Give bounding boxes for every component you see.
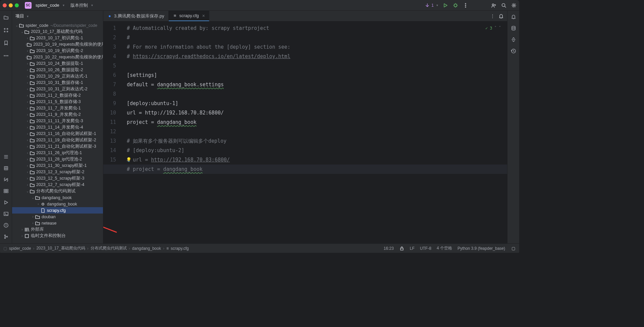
tree-folder[interactable]: ⌄ 2023_10_17_基础爬虫代码 [12,29,103,35]
chevron-right-icon: › [25,164,30,168]
history-icon[interactable] [511,48,516,54]
tree-folder[interactable]: ›2023_11_14_并发爬虫-4 [12,124,103,131]
search-icon[interactable] [501,3,506,8]
file-icon: ≡ [166,246,169,251]
svg-point-11 [7,31,8,32]
tree-folder[interactable]: ›2023_11_2_数据存储-2 [12,92,103,99]
collaborate-icon[interactable] [491,3,496,8]
tree-folder[interactable]: › douban [12,214,103,220]
project-name-dropdown[interactable]: spider_code [36,3,59,8]
breadcrumb-item[interactable]: 分布式爬虫代码测试 [91,245,127,251]
close-window-button[interactable] [3,3,7,7]
run-button[interactable] [443,3,448,8]
editor-body[interactable]: 1234 5678 9101112 13141516 ✓ 3 ˆ ˇ # Aut… [103,21,507,243]
status-interpreter[interactable]: Python 3.9 (feapder_base) [458,246,505,251]
tree-external-lib[interactable]: › 外部库 [12,226,103,233]
tree-file-selected[interactable]: scrapy.cfg [12,207,103,214]
more-horizontal-icon[interactable] [3,52,9,59]
folder-icon [30,176,35,181]
tree-folder[interactable]: ›2023_11_28_ip代理池-2 [12,156,103,162]
svg-point-6 [502,3,505,6]
svg-point-14 [7,55,8,56]
status-encoding[interactable]: UTF-8 [420,246,431,251]
tree-label: 2023_11_26_ip代理池-1 [36,150,82,156]
status-line-ending[interactable]: LF [410,246,415,251]
tree-folder[interactable]: ›2023_11_9_并发爬虫-2 [12,111,103,118]
breadcrumb-item[interactable]: dangdang_book [132,246,161,251]
more-vertical-icon[interactable] [463,3,468,8]
code-content[interactable]: ✓ 3 ˆ ˇ # Automatically created by: scra… [123,21,507,243]
sidebar-header[interactable]: 项目 ▾ [12,11,103,21]
tree-folder[interactable]: › netease [12,220,103,226]
tree-folder[interactable]: ›2023_11_21_自动化测试框架-3 [12,143,103,150]
tree-label: 2023_11_5_数据存储-3 [36,99,81,105]
tree-label: 2023_10_17_基础爬虫代码 [31,29,83,35]
services-tool-icon[interactable] [3,188,9,194]
vcs-dropdown[interactable]: 版本控制 [70,2,88,8]
tree-scratches[interactable]: › 临时文件和控制台 [12,233,103,239]
tree-folder[interactable]: › dangdang_book [12,201,103,207]
bell-icon[interactable] [498,13,504,19]
chevron-right-icon: › [25,36,30,40]
tree-folder[interactable]: ›2023_10_19_requests爬虫模块的使用-1 [12,41,103,48]
tree-folder[interactable]: ›2023_11_30_scrapy框架-1 [12,162,103,169]
lock-icon[interactable] [399,246,405,251]
terminal-tool-icon[interactable] [3,211,9,217]
settings-icon[interactable] [511,3,517,8]
tree-folder[interactable]: ›2023_11_5_数据存储-3 [12,99,103,105]
debug-button[interactable] [453,3,458,8]
tree-folder[interactable]: ›2023_12_3_scrapy框架-2 [12,169,103,175]
tab-python-file[interactable]: ● 3.腾讯爬虫-数据库保存.py [103,11,169,21]
tree-folder[interactable]: ›2023_12_7_scrapy框架-4 [12,182,103,188]
more-vertical-icon[interactable]: ⋮ [490,13,495,19]
tree-folder[interactable]: ⌄ dangdang_book [12,194,103,201]
git-incoming-indicator[interactable]: 1 ▾ [425,3,438,8]
tree-folder[interactable]: ›2023_10_31_正则表达式-2 [12,86,103,92]
tree-root[interactable]: ⌄ spider_code ~/Documents/spider_code [12,22,103,29]
tree-folder[interactable]: ⌄ 分布式爬虫代码测试 [12,188,103,194]
minimize-window-button[interactable] [9,3,13,7]
folder-icon [30,93,35,98]
breadcrumb-item[interactable]: scrapy.cfg [171,246,189,251]
bookmarks-tool-icon[interactable] [3,40,9,46]
tree-folder[interactable]: ›2023_11_7_并发爬虫-1 [12,105,103,111]
intention-bulb-icon[interactable]: 💡 [126,155,131,165]
tab-scrapy-cfg[interactable]: ≡ scrapy.cfg × [169,11,209,21]
tree-folder[interactable]: ›2023_10_31_数据存储-1 [12,80,103,86]
statusbar: ▢ spider_code › 2023_10_17_基础爬虫代码 › 分布式爬… [0,243,519,253]
project-tool-icon[interactable] [3,14,9,21]
folder-icon [30,182,35,188]
folder-icon [30,157,35,162]
todo-tool-icon[interactable] [3,153,9,160]
sidebar-ai-icon[interactable] [511,37,516,42]
maximize-window-button[interactable] [15,3,19,7]
tree-folder[interactable]: ›2023_12_5_scrapy框架-3 [12,175,103,182]
database-tool-icon[interactable] [511,26,516,31]
tree-folder[interactable]: ›2023_11_11_并发爬虫-3 [12,118,103,124]
tree-folder[interactable]: ›2023_11_19_自动化测试框架-2 [12,137,103,143]
structure-tool-icon[interactable] [3,27,9,34]
breadcrumb-item[interactable]: 2023_10_17_基础爬虫代码 [36,245,85,251]
tree-folder[interactable]: ›2023_10_29_正则表达式-1 [12,73,103,80]
run-tool-icon[interactable] [3,199,9,206]
tree-folder[interactable]: ›2023_10_22_requests爬虫模块的使用-2 [12,54,103,60]
tree-folder[interactable]: ›2023_10_26_数据提取-2 [12,67,103,73]
breadcrumbs[interactable]: ▢ spider_code › 2023_10_17_基础爬虫代码 › 分布式爬… [3,245,189,251]
tree-folder[interactable]: ›2023_11_26_ip代理池-1 [12,150,103,156]
tree-folder[interactable]: ›2023_10_17_初识爬虫-1 [12,35,103,41]
python-packages-icon[interactable] [3,165,9,172]
tree-folder[interactable]: ›2023_10_19_初识爬虫-2 [12,48,103,54]
git-tool-icon[interactable] [3,233,9,240]
project-tree[interactable]: ⌄ spider_code ~/Documents/spider_code ⌄ … [12,21,103,243]
status-more-icon[interactable]: ▢ [511,246,516,251]
notifications-icon[interactable] [511,14,516,19]
close-tab-button[interactable]: × [202,13,205,18]
folder-icon [30,80,35,86]
tree-folder[interactable]: ›2023_11_16_自动化测试框架-1 [12,131,103,137]
python-console-icon[interactable] [3,176,9,183]
problems-tool-icon[interactable] [3,222,9,229]
tree-label: 临时文件和控制台 [31,233,66,239]
status-indent[interactable]: 4 个空格 [437,245,452,251]
tree-folder[interactable]: ›2023_10_24_数据提取-1 [12,60,103,67]
breadcrumb-item[interactable]: spider_code [9,246,31,251]
